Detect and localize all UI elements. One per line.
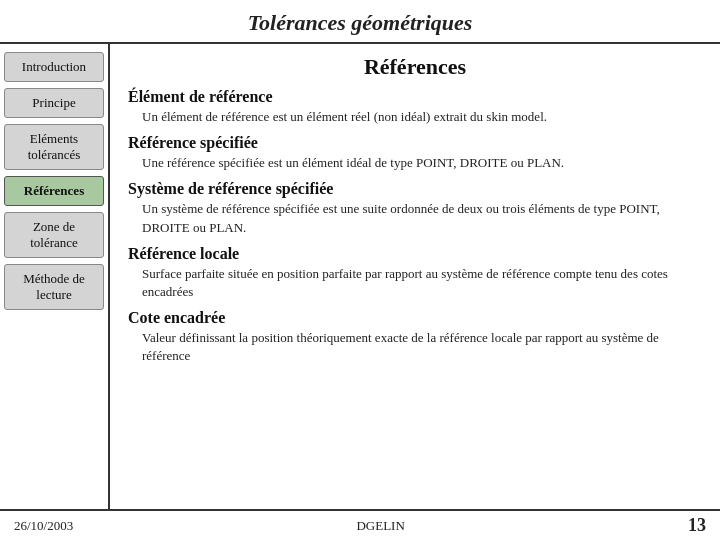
sidebar-item-eléments-tolérancés[interactable]: Eléments tolérancés <box>4 124 104 170</box>
title-text: Tolérances géométriques <box>248 10 473 35</box>
page: Tolérances géométriques IntroductionPrin… <box>0 0 720 540</box>
subsection-title-1: Référence spécifiée <box>128 134 702 152</box>
body-text-2: Un système de référence spécifiée est un… <box>142 200 702 236</box>
body-text-1: Une référence spécifiée est un élément i… <box>142 154 702 172</box>
sidebar-item-zone-de-tolérance[interactable]: Zone de tolérance <box>4 212 104 258</box>
page-title: Tolérances géométriques <box>0 0 720 44</box>
section-heading: Références <box>128 54 702 80</box>
sidebar-item-références[interactable]: Références <box>4 176 104 206</box>
subsection-title-0: Élément de référence <box>128 88 702 106</box>
body-text-3: Surface parfaite située en position parf… <box>142 265 702 301</box>
footer: 26/10/2003 DGELIN 13 <box>0 509 720 540</box>
sidebar-item-introduction[interactable]: Introduction <box>4 52 104 82</box>
footer-page-number: 13 <box>688 515 706 536</box>
sidebar-item-méthode-de-lecture[interactable]: Méthode de lecture <box>4 264 104 310</box>
subsection-title-3: Référence locale <box>128 245 702 263</box>
sidebar: IntroductionPrincipeEléments tolérancésR… <box>0 44 110 509</box>
subsection-title-2: Système de référence spécifiée <box>128 180 702 198</box>
footer-date: 26/10/2003 <box>14 518 73 534</box>
main-content: Références Élément de référenceUn élémen… <box>110 44 720 509</box>
body-text-4: Valeur définissant la position théorique… <box>142 329 702 365</box>
content-area: IntroductionPrincipeEléments tolérancésR… <box>0 44 720 509</box>
subsection-title-4: Cote encadrée <box>128 309 702 327</box>
sidebar-item-principe[interactable]: Principe <box>4 88 104 118</box>
body-text-0: Un élément de référence est un élément r… <box>142 108 702 126</box>
footer-org: DGELIN <box>356 518 404 534</box>
